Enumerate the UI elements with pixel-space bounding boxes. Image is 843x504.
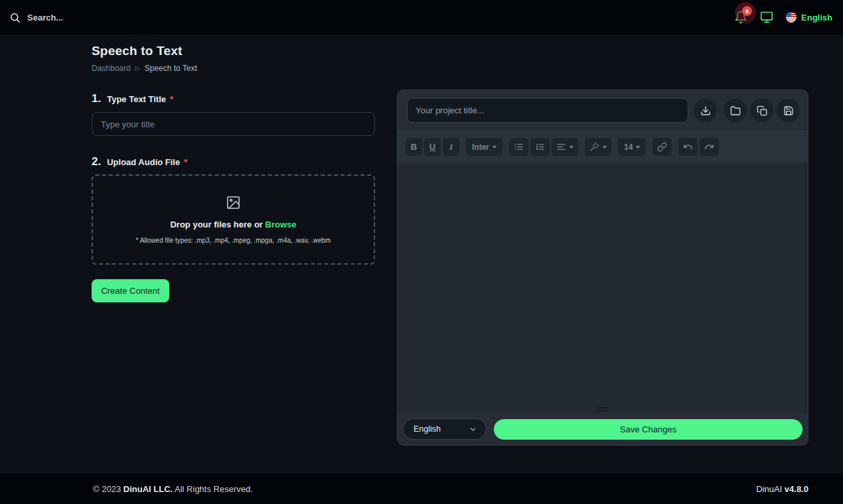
step2-required-mark: * xyxy=(184,157,187,167)
save-changes-button[interactable]: Save Changes xyxy=(494,419,803,440)
bold-button[interactable]: B xyxy=(406,138,422,156)
bold-label: B xyxy=(411,142,417,152)
chevron-down-icon xyxy=(493,146,497,149)
browse-link[interactable]: Browse xyxy=(266,220,297,229)
search-icon xyxy=(9,12,21,23)
notifications-button[interactable]: 6 xyxy=(734,11,747,24)
allowed-file-types: * Allowed file types: .mp3, .mp4, .mpeg,… xyxy=(136,237,331,244)
speech-to-text-form: Speech to Text Dashboard ▷ Speech to Tex… xyxy=(92,44,375,302)
company-name: DinuAI LLC. xyxy=(123,484,173,494)
breadcrumb-current: Speech to Text xyxy=(145,64,197,73)
copyright-text: © 2023 DinuAI LLC. All Rights Reserved. xyxy=(93,484,253,494)
language-label: English xyxy=(801,13,832,23)
italic-button[interactable]: I xyxy=(443,138,459,156)
step2-label: Upload Audio File xyxy=(107,157,180,167)
breadcrumb-separator-icon: ▷ xyxy=(135,65,140,72)
output-language-select[interactable]: English xyxy=(403,418,487,440)
history-group xyxy=(678,138,719,156)
step1-label: Type Text Title xyxy=(107,94,166,104)
drop-files-text: Drop your files here or xyxy=(170,220,262,229)
text-title-input[interactable] xyxy=(92,112,375,136)
search-input[interactable]: Search... xyxy=(9,12,63,23)
copy-button[interactable] xyxy=(750,99,773,122)
monitor-icon xyxy=(760,11,773,24)
underline-label: U xyxy=(429,142,435,152)
footer: © 2023 DinuAI LLC. All Rights Reserved. … xyxy=(0,473,843,504)
version-text: DinuAI v4.8.0 xyxy=(756,484,808,494)
rights-text: All Rights Reserved. xyxy=(175,484,253,494)
save-file-button[interactable] xyxy=(777,99,800,122)
insert-link-button[interactable] xyxy=(652,138,672,156)
download-icon xyxy=(700,105,711,116)
us-flag-icon xyxy=(786,12,797,23)
italic-label: I xyxy=(449,142,453,153)
open-folder-button[interactable] xyxy=(724,99,747,122)
magic-wand-dropdown[interactable] xyxy=(585,138,611,156)
ordered-list-button[interactable] xyxy=(530,138,550,156)
search-placeholder: Search... xyxy=(27,13,63,23)
formatting-toolbar: B U I Inter xyxy=(398,131,808,162)
underline-button[interactable]: U xyxy=(424,138,441,156)
font-family-dropdown[interactable]: Inter xyxy=(466,138,502,156)
font-size-value: 14 xyxy=(624,143,633,152)
page-title: Speech to Text xyxy=(92,44,375,58)
image-icon xyxy=(226,195,241,210)
resize-handle[interactable] xyxy=(597,407,609,411)
version-number: v4.8.0 xyxy=(785,484,808,494)
audio-upload-dropzone[interactable]: Drop your files here or Browse * Allowed… xyxy=(92,174,375,265)
step2-heading: 2. Upload Audio File * xyxy=(92,155,375,168)
ordered-list-icon xyxy=(535,142,545,152)
chevron-down-icon xyxy=(570,146,574,149)
copyright-year: © 2023 xyxy=(93,484,121,494)
bullet-list-button[interactable] xyxy=(509,138,528,156)
transcript-editor-area[interactable] xyxy=(398,162,808,413)
project-title-input[interactable] xyxy=(407,98,688,123)
bullet-list-icon xyxy=(514,142,524,152)
editor-panel: B U I Inter xyxy=(397,90,808,446)
chevron-down-icon xyxy=(469,425,477,434)
align-icon xyxy=(556,142,566,152)
editor-header-actions xyxy=(694,99,800,122)
redo-icon xyxy=(704,142,714,152)
step1-heading: 1. Type Text Title * xyxy=(92,92,375,105)
language-switcher[interactable]: English xyxy=(786,12,832,23)
step1-number: 1. xyxy=(92,92,101,105)
topbar-actions: 6 English xyxy=(734,11,832,24)
editor-header xyxy=(398,90,808,131)
save-icon xyxy=(783,105,794,116)
font-size-group: 14 xyxy=(618,138,646,156)
breadcrumb-dashboard[interactable]: Dashboard xyxy=(92,64,131,73)
undo-button[interactable] xyxy=(678,138,698,156)
breadcrumb: Dashboard ▷ Speech to Text xyxy=(92,64,375,73)
font-family-value: Inter xyxy=(472,143,489,152)
topbar: Search... 6 English xyxy=(0,0,843,34)
display-mode-button[interactable] xyxy=(760,11,773,24)
text-style-group: B U I xyxy=(406,138,459,156)
notification-badge: 6 xyxy=(742,6,752,16)
font-size-dropdown[interactable]: 14 xyxy=(618,138,646,156)
step2-number: 2. xyxy=(92,155,101,168)
link-icon xyxy=(657,142,667,152)
folder-icon xyxy=(730,105,741,116)
download-button[interactable] xyxy=(694,99,717,122)
chevron-down-icon xyxy=(636,146,640,149)
align-dropdown[interactable] xyxy=(552,138,578,156)
redo-button[interactable] xyxy=(700,138,719,156)
undo-icon xyxy=(683,142,693,152)
editor-footer: English Save Changes xyxy=(398,413,808,445)
font-family-group: Inter xyxy=(466,138,502,156)
output-language-value: English xyxy=(414,424,441,434)
step1-required-mark: * xyxy=(170,94,173,104)
brand-name: DinuAI xyxy=(756,484,782,494)
create-content-button[interactable]: Create Content xyxy=(92,279,169,302)
dropzone-text: Drop your files here or Browse xyxy=(170,220,296,229)
chevron-down-icon xyxy=(603,146,607,149)
magic-wand-icon xyxy=(589,142,599,152)
link-group xyxy=(652,138,672,156)
copy-icon xyxy=(757,105,767,116)
list-align-group xyxy=(509,138,578,156)
ai-tools-group xyxy=(585,138,611,156)
